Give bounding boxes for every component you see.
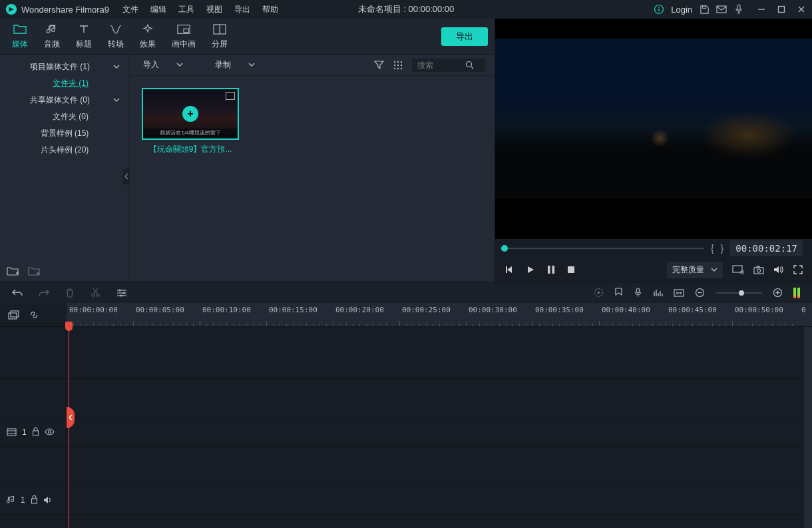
svg-rect-8 (779, 7, 785, 13)
audio-track-head[interactable]: 1 (0, 485, 66, 515)
quality-dropdown[interactable]: 完整质量 (667, 262, 723, 278)
info-icon[interactable] (654, 4, 664, 15)
fullscreen-icon[interactable] (793, 265, 803, 274)
close-icon[interactable] (796, 4, 807, 15)
new-folder-icon[interactable] (7, 266, 19, 276)
progress-track[interactable] (505, 248, 704, 249)
zoom-slider[interactable] (715, 292, 762, 294)
minimize-icon[interactable] (756, 4, 767, 15)
lock-icon[interactable] (31, 495, 38, 504)
tab-title[interactable]: 标题 (68, 19, 100, 54)
search-box[interactable] (412, 59, 485, 72)
svg-point-37 (757, 269, 761, 272)
delete-folder-icon[interactable] (28, 266, 40, 276)
lock-icon[interactable] (32, 427, 39, 436)
mail-icon[interactable] (716, 4, 727, 15)
zoom-fit-icon[interactable] (674, 289, 684, 297)
volume-icon[interactable] (773, 265, 784, 274)
svg-point-62 (48, 431, 51, 433)
svg-rect-30 (506, 266, 507, 273)
display-settings-icon[interactable] (732, 265, 744, 274)
add-to-timeline-icon[interactable]: + (182, 106, 198, 122)
media-grid: + 我就活在1/4哩競速的當下 【玩命關頭9】官方預... (130, 76, 495, 282)
tab-split[interactable]: 分屏 (204, 19, 236, 54)
speaker-icon[interactable] (43, 496, 53, 504)
tab-effect[interactable]: 效果 (132, 19, 164, 54)
tree-collapse-handle[interactable] (123, 168, 130, 184)
stop-icon[interactable] (567, 266, 575, 274)
menu-view[interactable]: 视图 (201, 2, 228, 17)
tree-item-project-media[interactable]: 项目媒体文件 (1) (0, 59, 129, 75)
cut-icon[interactable] (91, 288, 101, 298)
menu-export[interactable]: 导出 (229, 2, 256, 17)
eye-icon[interactable] (45, 428, 55, 435)
mic-icon[interactable] (733, 4, 744, 15)
menu-edit[interactable]: 编辑 (145, 2, 172, 17)
login-button[interactable]: Login (671, 5, 692, 15)
progress-handle[interactable] (501, 245, 508, 252)
search-icon[interactable] (465, 61, 474, 69)
preview-viewport[interactable] (495, 19, 812, 239)
import-dropdown[interactable]: 导入 (139, 57, 187, 73)
pause-icon[interactable] (547, 265, 555, 274)
svg-point-21 (401, 61, 402, 62)
delete-icon[interactable] (65, 288, 75, 298)
audio-track-icon (7, 495, 15, 504)
tree-item-folder-1[interactable]: 文件夹 (1) (0, 75, 129, 92)
svg-point-20 (397, 61, 399, 62)
tab-label: 标题 (76, 39, 92, 50)
redo-icon[interactable] (39, 288, 49, 298)
tab-pip[interactable]: 画中画 (164, 19, 204, 54)
search-input[interactable] (417, 61, 465, 70)
render-icon[interactable] (594, 288, 604, 298)
maximize-icon[interactable] (776, 4, 787, 15)
audio-track-lane[interactable] (67, 485, 812, 515)
tab-transition[interactable]: 转场 (100, 19, 132, 54)
tree-item-folder-0[interactable]: 文件夹 (0) (0, 109, 129, 125)
menu-help[interactable]: 帮助 (257, 2, 284, 17)
track-headers: 1 1 (0, 327, 67, 528)
add-track-icon[interactable] (8, 310, 19, 320)
snapshot-icon[interactable] (753, 266, 764, 274)
filter-icon[interactable] (374, 60, 384, 70)
menu-tools[interactable]: 工具 (173, 2, 200, 17)
settings-icon[interactable] (116, 288, 127, 298)
play-icon[interactable] (526, 265, 535, 274)
export-button[interactable]: 导出 (441, 27, 488, 46)
tree-item-intro-samples[interactable]: 片头样例 (20) (0, 142, 129, 158)
preview-frame (495, 39, 812, 199)
timecode-display[interactable]: 00:00:02:17 (730, 240, 803, 256)
voiceover-icon[interactable] (634, 288, 642, 298)
zoom-handle[interactable] (739, 290, 744, 296)
undo-icon[interactable] (12, 288, 23, 298)
video-track-lane[interactable] (67, 417, 812, 447)
clip-thumbnail[interactable]: + 我就活在1/4哩競速的當下 (142, 88, 239, 140)
marker-icon[interactable] (614, 288, 623, 298)
tree-item-shared-media[interactable]: 共享媒体文件 (0) (0, 92, 129, 109)
menu-file[interactable]: 文件 (117, 2, 144, 17)
timeline-toolbar (0, 282, 812, 303)
media-clip[interactable]: + 我就活在1/4哩競速的當下 【玩命關頭9】官方預... (142, 88, 239, 155)
record-dropdown[interactable]: 录制 (211, 57, 259, 73)
tab-media[interactable]: 媒体 (4, 19, 36, 54)
timeline-scrollbar[interactable] (804, 327, 812, 528)
tab-audio[interactable]: 音频 (36, 19, 68, 54)
tree-item-bg-samples[interactable]: 背景样例 (15) (0, 125, 129, 142)
link-icon[interactable] (29, 310, 39, 320)
timeline-lanes[interactable] (67, 327, 812, 528)
step-back-icon[interactable] (505, 265, 514, 274)
video-track-head[interactable]: 1 (0, 417, 66, 447)
mark-in-icon[interactable]: { (711, 243, 714, 254)
audio-meter[interactable] (793, 288, 800, 298)
mixer-icon[interactable] (653, 288, 663, 298)
save-icon[interactable] (699, 4, 710, 15)
svg-point-25 (394, 67, 395, 69)
zoom-in-icon[interactable] (773, 288, 783, 298)
timeline-ruler[interactable]: 00:00:00:0000:00:05:0000:00:10:0000:00:1… (67, 303, 812, 326)
mark-out-icon[interactable]: } (721, 243, 724, 254)
svg-point-39 (92, 294, 95, 296)
chevron-down-icon[interactable] (112, 96, 121, 105)
chevron-down-icon[interactable] (112, 63, 121, 72)
grid-view-icon[interactable] (393, 61, 403, 70)
zoom-out-icon[interactable] (695, 288, 705, 298)
